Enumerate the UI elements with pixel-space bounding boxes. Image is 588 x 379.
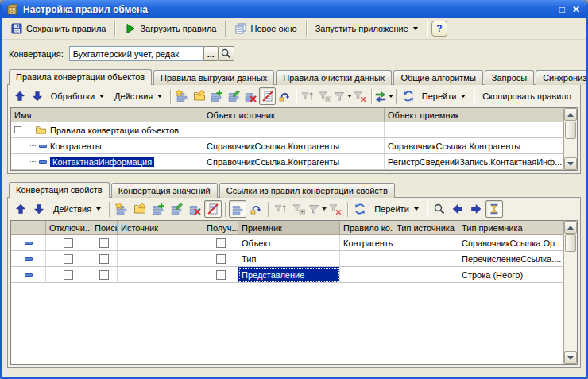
scrollbar-track[interactable] [564, 253, 577, 351]
column-header-source-object[interactable]: Объект источник [203, 108, 385, 122]
actions-menu-button[interactable]: Действия [48, 202, 106, 216]
column-header-row-marker[interactable] [11, 221, 46, 235]
tab-data-export-rules[interactable]: Правила выгрузки данных [153, 70, 274, 85]
receiver-type-cell[interactable]: ПеречислениеСсылка.... [458, 251, 563, 267]
checkbox[interactable] [64, 254, 73, 264]
move-up-button[interactable] [12, 200, 29, 218]
tree-row-group-source-cell[interactable] [203, 122, 385, 138]
scrollbar-track[interactable] [564, 140, 577, 157]
scroll-down-button[interactable] [564, 351, 577, 364]
conversion-open-button[interactable] [218, 46, 234, 61]
receiver-cell-selected[interactable]: Представление [238, 267, 340, 283]
tab-property-rule-links[interactable]: Ссылки из правил конвертации свойств [219, 183, 395, 198]
close-button[interactable]: ✕ [572, 5, 580, 14]
receiver-type-cell[interactable]: Строка (Неогр) [458, 267, 563, 283]
source-cell[interactable] [118, 267, 203, 283]
refresh-button[interactable] [351, 200, 369, 218]
checkbox[interactable] [216, 270, 226, 280]
add-child-button[interactable] [149, 200, 167, 218]
filter-button[interactable] [290, 200, 308, 218]
source-cell[interactable] [118, 251, 203, 267]
tree-row-group-name-cell[interactable]: Правила конвертации объектов [11, 122, 203, 138]
column-header-disabled[interactable]: Отключи... [46, 221, 91, 235]
add-group-button[interactable] [131, 200, 149, 218]
source-type-cell[interactable] [393, 251, 458, 267]
copy-rule-button[interactable]: Скопировать правило [478, 89, 576, 103]
column-header-name[interactable]: Имя [11, 108, 203, 122]
minimize-button[interactable]: _ [547, 5, 552, 14]
clear-filter-button[interactable] [352, 87, 368, 105]
tab-common-algorithms[interactable]: Общие алгоритмы [393, 70, 482, 85]
tab-queries[interactable]: Запросы [485, 70, 534, 85]
load-rules-button[interactable]: Загрузить правила [119, 20, 221, 37]
source-type-cell[interactable] [393, 267, 458, 283]
column-header-get[interactable]: Получ... [203, 221, 238, 235]
previous-button[interactable] [449, 200, 466, 218]
title-bar[interactable]: Настройка правил обмена _ □ ✕ [2, 0, 586, 18]
column-header-search[interactable]: Поиск [91, 221, 118, 235]
column-header-receiver[interactable]: Приемник [238, 221, 340, 235]
conversion-browse-button[interactable]: ... [203, 46, 219, 61]
maximize-button[interactable]: □ [559, 5, 565, 14]
tab-object-conversion-rules[interactable]: Правила конвертации объектов [9, 69, 152, 85]
exchange-rule-button[interactable] [375, 87, 393, 105]
delete-button[interactable] [242, 87, 258, 105]
source-type-cell[interactable] [393, 235, 458, 251]
tab-data-clearing-rules[interactable]: Правила очистки данных [276, 70, 392, 85]
checkbox[interactable] [99, 254, 109, 264]
mark-deletion-toggle[interactable] [204, 200, 222, 218]
new-window-button[interactable]: Новое окно [230, 20, 301, 37]
rules-tree-vertical-scrollbar[interactable] [563, 108, 577, 170]
filter-by-value-button[interactable] [308, 200, 326, 218]
filter-by-value-button[interactable] [334, 87, 351, 105]
conversion-rule-cell[interactable] [340, 267, 393, 283]
move-up-button[interactable] [12, 87, 28, 105]
column-header-source[interactable]: Источник [118, 221, 203, 235]
add-child-button[interactable] [208, 87, 224, 105]
go-menu-button[interactable]: Перейти [369, 202, 424, 216]
conversion-input[interactable]: Бухгалтерский учет, редак [69, 46, 204, 61]
add-button[interactable] [113, 200, 130, 218]
column-header-receiver-type[interactable]: Тип приемника [458, 221, 563, 235]
column-header-target-object[interactable]: Объект приемник [385, 108, 563, 122]
wait-toggle[interactable] [485, 200, 503, 218]
get-cell[interactable] [203, 267, 238, 283]
edit-button[interactable] [168, 200, 185, 218]
checkbox[interactable] [64, 270, 73, 280]
scroll-down-button[interactable] [564, 157, 577, 170]
processings-menu-button[interactable]: Обработки [46, 89, 109, 103]
move-to-group-button[interactable] [247, 200, 265, 218]
list-view-toggle[interactable] [229, 200, 246, 218]
move-down-button[interactable] [30, 200, 48, 218]
scroll-up-button[interactable] [564, 221, 577, 234]
scrollbar-thumb[interactable] [565, 234, 576, 252]
tree-row-group-target-cell[interactable] [385, 122, 563, 138]
add-button[interactable] [174, 87, 190, 105]
get-cell[interactable] [203, 235, 238, 251]
receiver-cell[interactable]: Объект [238, 235, 340, 251]
search-button[interactable] [431, 200, 448, 218]
checkbox[interactable] [64, 238, 73, 248]
edit-button[interactable] [226, 87, 242, 105]
tab-synchronization[interactable]: Синхронизация [536, 70, 588, 85]
refresh-button[interactable] [400, 87, 416, 105]
scroll-up-button[interactable] [564, 108, 577, 121]
source-cell[interactable] [118, 235, 203, 251]
tree-row-source-cell[interactable]: СправочникСсылка.Контрагенты [203, 138, 385, 154]
receiver-type-cell[interactable]: СправочникСсылка.Ор... [458, 235, 563, 251]
add-group-button[interactable] [191, 87, 207, 105]
tree-row-name-cell[interactable]: Контрагенты [11, 138, 203, 154]
go-menu-button[interactable]: Перейти [417, 89, 471, 103]
disabled-cell[interactable] [46, 267, 91, 283]
run-application-button[interactable]: Запустить приложение [311, 21, 423, 36]
properties-vertical-scrollbar[interactable] [563, 221, 577, 364]
delete-button[interactable] [186, 200, 203, 218]
conversion-rule-cell[interactable]: Контрагенты [340, 235, 393, 251]
tree-row-name-cell-selected[interactable]: КонтактнаяИнформация [11, 154, 203, 170]
tab-value-conversion[interactable]: Конвертация значений [111, 183, 218, 198]
disabled-cell[interactable] [46, 251, 91, 267]
move-down-button[interactable] [29, 87, 44, 105]
column-header-conversion-rule[interactable]: Правило ко... [340, 221, 393, 235]
save-rules-button[interactable]: Сохранить правила [6, 20, 110, 37]
get-cell[interactable] [203, 251, 238, 267]
